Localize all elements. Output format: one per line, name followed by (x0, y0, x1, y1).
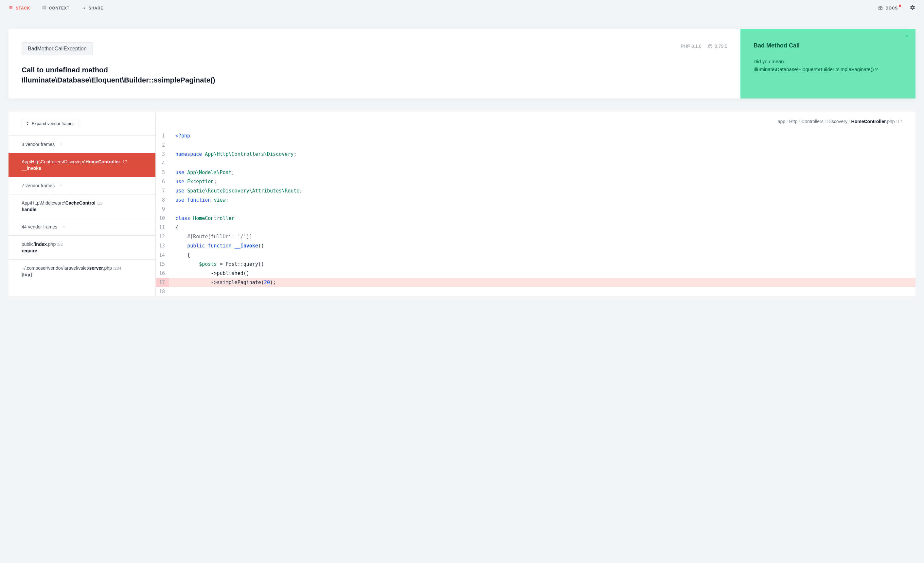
nav-tab-context[interactable]: CONTEXT (42, 5, 69, 11)
expand-vendor-frames-button[interactable]: Expand vendor frames (22, 119, 79, 128)
vendor-frame-group[interactable]: 7 vendor frames (9, 177, 155, 194)
line-source: use App\Models\Post; (169, 168, 915, 177)
chevron-down-icon (62, 224, 66, 230)
line-number: 15 (156, 260, 169, 269)
nav-tab-share[interactable]: SHARE (81, 5, 104, 11)
stack-trace-panel: Expand vendor frames 3 vendor framesApp\… (9, 112, 915, 296)
code-line: 13 public function __invoke() (156, 241, 915, 251)
line-number: 1 (156, 131, 169, 140)
line-source: ->ssimplePaginate(20); (169, 278, 915, 287)
vendor-frame-group[interactable]: 3 vendor frames (9, 135, 155, 153)
line-number: 9 (156, 204, 169, 214)
error-title-line1: Call to undefined method (22, 66, 108, 74)
error-summary-main: BadMethodCallException PHP 8.1.0 8.79.0 … (9, 29, 741, 99)
laravel-icon (708, 44, 712, 48)
frame-function: __invoke (22, 166, 142, 171)
frame-function: [top] (22, 272, 142, 277)
line-source (169, 204, 915, 214)
line-number: 14 (156, 251, 169, 260)
expand-icon (26, 122, 29, 125)
stack-frame[interactable]: ~/.composer/vendor/laravel/valet/server.… (9, 259, 155, 283)
code-line: 18 (156, 287, 915, 296)
line-source: $posts = Post::query() (169, 260, 915, 269)
vendor-group-label: 44 vendor frames (22, 224, 57, 230)
share-icon (81, 5, 86, 11)
line-number: 13 (156, 241, 169, 251)
frames-column: Expand vendor frames 3 vendor framesApp\… (9, 112, 156, 296)
code-line: 8use function view; (156, 195, 915, 204)
line-number: 10 (156, 214, 169, 223)
line-number: 2 (156, 140, 169, 150)
code-line: 1<?php (156, 131, 915, 140)
code-line: 11{ (156, 223, 915, 232)
line-number: 3 (156, 150, 169, 159)
code-line: 14 { (156, 251, 915, 260)
line-number: 6 (156, 177, 169, 186)
hint-title: Bad Method Call (753, 42, 902, 49)
code-line: 9 (156, 204, 915, 214)
code-line: 17 ->ssimplePaginate(20); (156, 278, 915, 287)
vendor-group-label: 7 vendor frames (22, 183, 55, 188)
line-source: ->published() (169, 269, 915, 278)
frame-location: public/index.php :52 (22, 242, 142, 247)
line-source: use function view; (169, 195, 915, 204)
line-source: #[Route(fullUri: '/')] (169, 232, 915, 241)
line-source: { (169, 251, 915, 260)
hint-line1: Did you mean (753, 59, 784, 64)
exception-class-badge: BadMethodCallException (22, 42, 93, 55)
notification-dot (899, 5, 901, 7)
vendor-frame-group[interactable]: 44 vendor frames (9, 218, 155, 235)
line-source (169, 159, 915, 168)
error-title: Call to undefined method Illuminate\Data… (22, 65, 728, 86)
hint-panel: Bad Method Call Did you mean Illuminate\… (741, 29, 915, 99)
docs-link[interactable]: DOCS (878, 6, 898, 11)
code-line: 10class HomeController (156, 214, 915, 223)
frame-location: App\Http\Middleware\CacheControl :13 (22, 200, 142, 206)
settings-button[interactable] (910, 5, 915, 12)
error-summary-card: BadMethodCallException PHP 8.1.0 8.79.0 … (9, 29, 915, 99)
nav-tab-stack[interactable]: STACK (9, 5, 30, 11)
line-source (169, 140, 915, 150)
breadcrumb-line: 17 (897, 119, 902, 124)
line-source: { (169, 223, 915, 232)
stack-frame[interactable]: App\Http\Controllers\Discovery\HomeContr… (9, 153, 155, 177)
line-number: 4 (156, 159, 169, 168)
top-nav: STACKCONTEXTSHARE DOCS (0, 0, 924, 16)
code-line: 3namespace App\Http\Controllers\Discover… (156, 150, 915, 159)
vendor-group-label: 3 vendor frames (22, 142, 55, 147)
frame-function: handle (22, 207, 142, 212)
frame-function: require (22, 248, 142, 253)
nav-tab-label: CONTEXT (49, 6, 69, 11)
frame-location: App\Http\Controllers\Discovery\HomeContr… (22, 159, 142, 164)
line-number: 5 (156, 168, 169, 177)
line-number: 16 (156, 269, 169, 278)
code-line: 7use Spatie\RouteDiscovery\Attributes\Ro… (156, 186, 915, 195)
line-number: 8 (156, 195, 169, 204)
docs-label: DOCS (885, 6, 898, 11)
code-column: app / Http / Controllers / Discovery / H… (156, 112, 915, 296)
line-number: 17 (156, 278, 169, 287)
close-hint-button[interactable] (905, 34, 910, 39)
line-source: class HomeController (169, 214, 915, 223)
breadcrumb-file: HomeController (851, 119, 886, 124)
frame-location: ~/.composer/vendor/laravel/valet/server.… (22, 266, 142, 271)
line-source: use Spatie\RouteDiscovery\Attributes\Rou… (169, 186, 915, 195)
code-view: 1<?php23namespace App\Http\Controllers\D… (156, 131, 915, 296)
laravel-icon (878, 6, 883, 11)
code-line: 15 $posts = Post::query() (156, 260, 915, 269)
code-line: 2 (156, 140, 915, 150)
nav-tab-label: STACK (16, 6, 30, 11)
line-source (169, 287, 915, 296)
hint-line2: Illuminate\Database\Eloquent\Builder::si… (753, 66, 878, 72)
stack-frame[interactable]: App\Http\Middleware\CacheControl :13hand… (9, 194, 155, 218)
chevron-down-icon (59, 183, 63, 188)
line-source: public function __invoke() (169, 241, 915, 251)
breadcrumb-suffix: .php (886, 119, 894, 124)
stack-frame[interactable]: public/index.php :52require (9, 235, 155, 259)
code-line: 4 (156, 159, 915, 168)
line-source: <?php (169, 131, 915, 140)
close-icon (905, 34, 910, 38)
nav-tab-label: SHARE (88, 6, 104, 11)
line-number: 11 (156, 223, 169, 232)
stack-icon (9, 5, 13, 11)
